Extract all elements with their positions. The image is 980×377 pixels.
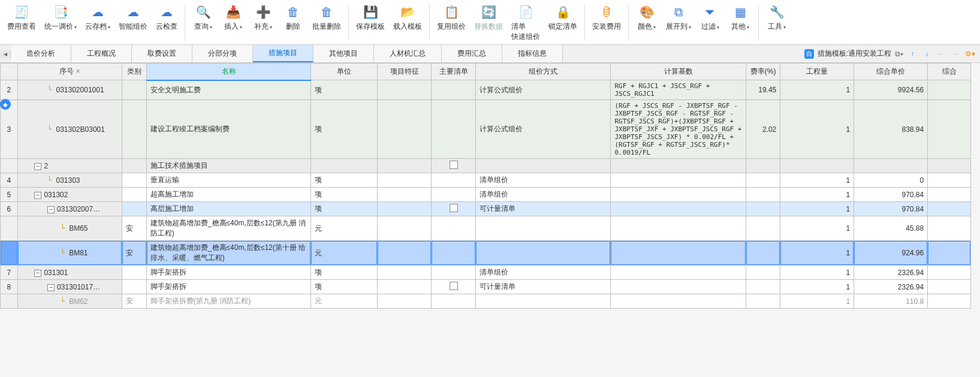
cell-name[interactable]: 脚手架搭拆 bbox=[146, 266, 311, 280]
cell-rownum[interactable]: 5 bbox=[1, 188, 18, 202]
cell-feat[interactable] bbox=[378, 294, 432, 309]
tab-proj-overview[interactable]: 工程概况 bbox=[71, 45, 132, 62]
cell-feat[interactable] bbox=[378, 266, 432, 280]
cell-qty[interactable]: 1 bbox=[780, 173, 854, 188]
cell-rate[interactable] bbox=[746, 173, 780, 188]
cell-rate[interactable] bbox=[746, 241, 780, 266]
cell-unit[interactable]: 项 bbox=[311, 280, 378, 294]
cell-rownum[interactable] bbox=[1, 216, 18, 241]
checkbox[interactable] bbox=[450, 204, 458, 212]
cell-seq[interactable]: └ BM65 bbox=[17, 216, 122, 241]
cell-name[interactable]: 脚手架搭拆 bbox=[146, 280, 311, 294]
cell-main[interactable] bbox=[432, 216, 476, 241]
cell-seq[interactable]: −031301017… bbox=[17, 280, 122, 294]
cell-total[interactable] bbox=[928, 280, 971, 294]
cell-unit[interactable]: 项 bbox=[311, 173, 378, 188]
template-dropdown-icon[interactable]: ⧉▾ bbox=[895, 50, 903, 58]
cell-cat[interactable] bbox=[122, 159, 146, 173]
cell-price[interactable]: 0 bbox=[854, 173, 928, 188]
table-row[interactable]: └ BM81安建筑物超高增加费_檐高≤40m,层数≤12(第十册 给排水、采暖、… bbox=[1, 241, 971, 266]
cell-name[interactable]: 脚手架搭拆费(第九册 消防工程) bbox=[146, 294, 311, 309]
cell-unit[interactable]: 元 bbox=[311, 241, 378, 266]
cell-name[interactable]: 垂直运输 bbox=[146, 173, 311, 188]
cell-total[interactable] bbox=[928, 80, 971, 100]
tree-toggle-icon[interactable]: − bbox=[47, 206, 55, 213]
cell-price[interactable]: 9924.56 bbox=[854, 80, 928, 100]
cell-mode[interactable] bbox=[476, 241, 611, 266]
tools-button[interactable]: 🔧工具 bbox=[762, 2, 791, 33]
grid-container[interactable]: ◆ 序号× 类别 名称 单位 项目特征 主要清单 组价方式 计算基数 费率(%)… bbox=[0, 63, 980, 374]
cell-base[interactable] bbox=[611, 216, 746, 241]
cell-mode[interactable]: 可计量清单 bbox=[476, 202, 611, 216]
cell-total[interactable] bbox=[928, 100, 971, 159]
cell-price[interactable]: 2326.94 bbox=[854, 266, 928, 280]
query-button[interactable]: 🔍查询 bbox=[189, 2, 218, 33]
fee-view-button[interactable]: 🧾费用查看 bbox=[4, 2, 40, 33]
cell-seq[interactable]: └ BM81 bbox=[17, 241, 122, 266]
table-row[interactable]: 3 └ 031302B03001建设工程竣工档案编制费项计算公式组价(RGF +… bbox=[1, 100, 971, 159]
cell-unit[interactable] bbox=[311, 159, 378, 173]
cell-feat[interactable] bbox=[378, 241, 432, 266]
cell-qty[interactable]: 1 bbox=[780, 241, 854, 266]
cell-feat[interactable] bbox=[378, 216, 432, 241]
cell-price[interactable]: 2326.94 bbox=[854, 280, 928, 294]
cell-mode[interactable]: 计算公式组价 bbox=[476, 100, 611, 159]
cell-name[interactable]: 建筑物超高增加费_檐高≤40m,层数≤12(第九册 消防工程) bbox=[146, 216, 311, 241]
cell-total[interactable] bbox=[928, 173, 971, 188]
cell-qty[interactable]: 1 bbox=[780, 100, 854, 159]
cell-name[interactable]: 超高施工增加 bbox=[146, 188, 311, 202]
close-icon[interactable]: × bbox=[74, 67, 80, 76]
col-name[interactable]: 名称 bbox=[146, 64, 311, 80]
cell-rate[interactable] bbox=[746, 266, 780, 280]
cell-base[interactable] bbox=[611, 188, 746, 202]
cell-total[interactable] bbox=[928, 241, 971, 266]
cell-cat[interactable] bbox=[122, 173, 146, 188]
replace-data-button[interactable]: 🔄替换数据 bbox=[471, 2, 506, 33]
table-row[interactable]: 8 −031301017…脚手架搭拆项可计量清单12326.94 bbox=[1, 280, 971, 294]
cell-unit[interactable]: 元 bbox=[311, 216, 378, 241]
cell-main[interactable] bbox=[432, 80, 476, 100]
table-row[interactable]: 7 −031301脚手架搭拆项清单组价12326.94 bbox=[1, 266, 971, 280]
load-tpl-button[interactable]: 📂载入模板 bbox=[390, 2, 426, 33]
cell-cat[interactable] bbox=[122, 80, 146, 100]
tab-labor-summary[interactable]: 人材机汇总 bbox=[374, 45, 442, 62]
cloud-check-button[interactable]: ☁云检查 bbox=[152, 2, 181, 33]
cell-name[interactable]: 高层施工增加 bbox=[146, 202, 311, 216]
cell-unit[interactable]: 项 bbox=[311, 266, 378, 280]
cell-cat[interactable] bbox=[122, 280, 146, 294]
cell-qty[interactable]: 1 bbox=[780, 216, 854, 241]
tab-fee-summary[interactable]: 费用汇总 bbox=[442, 45, 502, 62]
tab-measure[interactable]: 措施项目 bbox=[253, 45, 313, 62]
tree-toggle-icon[interactable]: − bbox=[34, 192, 41, 199]
col-base[interactable]: 计算基数 bbox=[611, 64, 746, 80]
col-qty[interactable]: 工程量 bbox=[780, 64, 854, 80]
cell-cat[interactable] bbox=[122, 188, 146, 202]
tab-fee-settings[interactable]: 取费设置 bbox=[132, 45, 192, 62]
cell-base[interactable] bbox=[611, 294, 746, 309]
cell-name[interactable]: 施工技术措施项目 bbox=[146, 159, 311, 173]
delete-button[interactable]: 🗑删除 bbox=[279, 2, 307, 33]
col-seq[interactable]: 序号× bbox=[17, 64, 122, 80]
cell-feat[interactable] bbox=[378, 280, 432, 294]
cell-feat[interactable] bbox=[378, 188, 432, 202]
col-unit[interactable]: 单位 bbox=[311, 64, 378, 80]
cell-main[interactable] bbox=[432, 159, 476, 173]
filter-button[interactable]: ⏷过滤 bbox=[696, 2, 725, 33]
cell-mode[interactable]: 清单组价 bbox=[476, 188, 611, 202]
cell-base[interactable] bbox=[611, 202, 746, 216]
col-cat[interactable]: 类别 bbox=[122, 64, 146, 80]
list-quick-button[interactable]: 📄清单快速组价 bbox=[508, 2, 544, 43]
col-feat[interactable]: 项目特征 bbox=[378, 64, 432, 80]
cell-name[interactable]: 建筑物超高增加费_檐高≤40m,层数≤12(第十册 给排水、采暖、燃气工程) bbox=[146, 241, 311, 266]
table-row[interactable]: −2施工技术措施项目 bbox=[1, 159, 971, 173]
cell-name[interactable]: 安全文明施工费 bbox=[146, 80, 311, 100]
nav-prev-icon[interactable]: ← bbox=[936, 49, 946, 59]
color-button[interactable]: 🎨颜色 bbox=[632, 2, 661, 33]
cell-rate[interactable] bbox=[746, 159, 780, 173]
cell-rownum[interactable]: 7 bbox=[1, 266, 18, 280]
cell-rownum[interactable] bbox=[1, 294, 18, 309]
cell-seq[interactable]: └ 031303 bbox=[17, 173, 122, 188]
cell-rownum[interactable]: 8 bbox=[1, 280, 18, 294]
checkbox[interactable] bbox=[450, 282, 458, 290]
cell-total[interactable] bbox=[928, 294, 971, 309]
